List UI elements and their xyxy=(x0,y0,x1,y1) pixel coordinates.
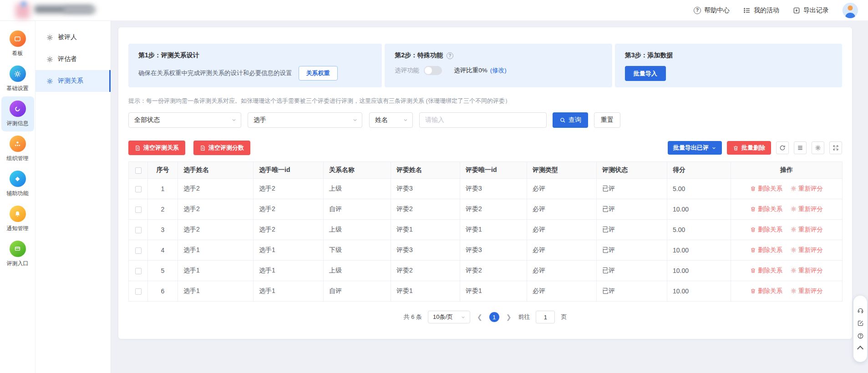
submenu-item-evaluated[interactable]: 被评人 xyxy=(36,26,111,48)
target-type-select[interactable]: 选手 xyxy=(248,112,362,128)
sidebar-item-notify-management[interactable]: 通知管理 xyxy=(1,202,34,237)
sidebar-item-aux-functions[interactable]: 辅助功能 xyxy=(1,166,34,202)
keyword-input[interactable]: 请输入 xyxy=(419,112,547,128)
cell-score: 5.00 xyxy=(667,220,731,240)
user-avatar[interactable] xyxy=(843,3,858,18)
floating-helper-panel xyxy=(853,296,867,362)
select-all-checkbox[interactable] xyxy=(135,167,142,174)
search-button[interactable]: 查询 xyxy=(553,112,588,128)
cell-judge-id: 评委2 xyxy=(460,261,527,281)
row-checkbox[interactable] xyxy=(135,186,142,192)
row-checkbox[interactable] xyxy=(135,207,142,213)
delete-relation-link[interactable]: 删除关系 xyxy=(750,205,782,213)
cell-player-name: 选手1 xyxy=(178,261,254,281)
primary-sidebar: 看板 基础设置 评测信息 组织管理 辅助功能 通知管理 评测入口 xyxy=(0,21,36,373)
row-checkbox[interactable] xyxy=(135,247,142,254)
sidebar-item-org-management[interactable]: 组织管理 xyxy=(1,131,34,166)
batch-export-button[interactable]: 批量导出已评 xyxy=(668,141,722,155)
goto-page-input[interactable]: 1 xyxy=(536,311,555,323)
settings-gear-icon xyxy=(10,66,26,82)
cell-eval-status: 已评 xyxy=(597,240,667,261)
gear-icon xyxy=(791,186,797,192)
step3-title: 第3步：添加数据 xyxy=(625,51,832,60)
gear-icon xyxy=(791,206,797,212)
relation-weight-button[interactable]: 关系权重 xyxy=(299,66,338,81)
cell-eval-status: 已评 xyxy=(597,281,667,302)
submenu-item-eval-relations[interactable]: 评测关系 xyxy=(36,70,111,92)
rescore-link[interactable]: 重新评分 xyxy=(791,267,823,275)
column-settings-button[interactable] xyxy=(812,141,824,154)
help-question-icon[interactable] xyxy=(857,333,864,339)
status-select[interactable]: 全部状态 xyxy=(128,112,241,128)
help-center-label: 帮助中心 xyxy=(704,6,730,15)
my-activities-link[interactable]: 我的活动 xyxy=(743,6,779,15)
table-toolbar: 清空评测关系 清空评测分数 批量导出已评 批量删除 xyxy=(128,141,842,155)
page-unit-label: 页 xyxy=(561,313,567,321)
clear-scores-button[interactable]: 清空评测分数 xyxy=(193,141,250,155)
refresh-button[interactable] xyxy=(776,141,789,154)
delete-relation-link[interactable]: 删除关系 xyxy=(750,226,782,234)
fullscreen-button[interactable] xyxy=(829,141,842,154)
cell-judge-id: 评委1 xyxy=(460,281,527,302)
reset-button[interactable]: 重置 xyxy=(594,112,620,128)
delete-relation-link[interactable]: 删除关系 xyxy=(750,287,782,295)
delete-relation-link[interactable]: 删除关系 xyxy=(750,246,782,254)
search-icon xyxy=(559,117,566,123)
fullscreen-icon xyxy=(832,145,839,151)
table-body: 1 选手2 选手2 上级 评委3 评委3 必评 已评 5.00 删除关系 重新评… xyxy=(129,179,843,302)
sidebar-item-eval-entry[interactable]: 评测入口 xyxy=(1,237,34,272)
delete-relation-link[interactable]: 删除关系 xyxy=(750,267,782,275)
help-icon xyxy=(694,7,701,14)
feedback-note-icon[interactable] xyxy=(857,320,864,327)
row-checkbox[interactable] xyxy=(135,268,142,274)
delete-relation-link[interactable]: 删除关系 xyxy=(750,185,782,193)
row-checkbox[interactable] xyxy=(135,227,142,233)
clear-relations-button[interactable]: 清空评测关系 xyxy=(128,141,185,155)
trash-icon xyxy=(750,247,756,253)
cell-score: 10.00 xyxy=(667,281,731,302)
batch-delete-button[interactable]: 批量删除 xyxy=(727,141,771,155)
rescore-link[interactable]: 重新评分 xyxy=(791,246,823,254)
batch-import-button[interactable]: 批量导入 xyxy=(625,66,666,81)
sidebar-item-kanban[interactable]: 看板 xyxy=(1,26,34,61)
select-eval-toggle[interactable] xyxy=(424,66,442,75)
cell-eval-type: 必评 xyxy=(527,220,597,240)
cell-judge-name: 评委3 xyxy=(391,240,460,261)
col-header-score: 得分 xyxy=(667,162,731,179)
rescore-link[interactable]: 重新评分 xyxy=(791,226,823,234)
chevron-down-icon xyxy=(711,146,716,151)
cell-eval-type: 必评 xyxy=(527,261,597,281)
prev-page-button[interactable]: ❮ xyxy=(476,313,483,321)
cell-player-id: 选手1 xyxy=(254,281,324,302)
page-size-select[interactable]: 10条/页 xyxy=(428,311,470,323)
sidebar-item-eval-info[interactable]: 评测信息 xyxy=(1,96,34,131)
chevron-down-icon xyxy=(461,315,466,320)
customer-service-icon[interactable] xyxy=(857,307,864,314)
step2-help-icon[interactable] xyxy=(447,52,453,59)
step3-panel: 第3步：添加数据 批量导入 xyxy=(615,44,842,87)
table-header-row: 序号 选手姓名 选手唯一id 关系名称 评委姓名 评委唯一id 评测类型 评测状… xyxy=(129,162,843,179)
export-records-link[interactable]: 导出记录 xyxy=(793,6,829,15)
back-to-top-icon[interactable] xyxy=(857,345,863,352)
cell-judge-id: 评委3 xyxy=(460,240,527,261)
steps-banner: 第1步：评测关系设计 确保在关系权重中完成评测关系的设计和必要信息的设置 关系权… xyxy=(128,44,842,87)
help-center-link[interactable]: 帮助中心 xyxy=(694,6,730,15)
cell-player-id: 选手2 xyxy=(254,179,324,199)
refresh-icon xyxy=(779,145,786,151)
cell-player-name: 选手1 xyxy=(178,281,254,302)
rescore-link[interactable]: 重新评分 xyxy=(791,205,823,213)
step1-panel: 第1步：评测关系设计 确保在关系权重中完成评测关系的设计和必要信息的设置 关系权… xyxy=(128,44,382,87)
row-checkbox[interactable] xyxy=(135,288,142,295)
field-select[interactable]: 姓名 xyxy=(369,112,413,128)
cell-player-name: 选手2 xyxy=(178,220,254,240)
sidebar-item-base-settings[interactable]: 基础设置 xyxy=(1,61,34,96)
current-page-button[interactable]: 1 xyxy=(489,312,499,322)
col-header-no: 序号 xyxy=(148,162,178,179)
rescore-link[interactable]: 重新评分 xyxy=(791,185,823,193)
cell-score: 10.00 xyxy=(667,261,731,281)
next-page-button[interactable]: ❯ xyxy=(505,313,513,321)
density-button[interactable] xyxy=(794,141,807,154)
submenu-item-evaluator[interactable]: 评估者 xyxy=(36,48,111,70)
rescore-link[interactable]: 重新评分 xyxy=(791,287,823,295)
modify-ratio-link[interactable]: (修改) xyxy=(490,66,507,75)
